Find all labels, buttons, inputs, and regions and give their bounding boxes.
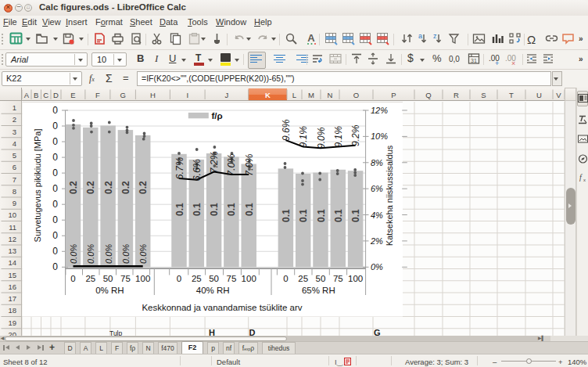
svg-text:H: H — [150, 91, 156, 99]
svg-text:0: 0 — [70, 274, 75, 283]
svg-text:f: f — [579, 173, 583, 182]
svg-text:0.1: 0.1 — [281, 209, 292, 222]
svg-text:a: a — [418, 32, 422, 40]
svg-text:R: R — [454, 91, 459, 99]
svg-text:0.0%: 0.0% — [121, 244, 131, 264]
svg-text:0.1: 0.1 — [174, 203, 185, 216]
svg-text:F: F — [95, 91, 100, 99]
svg-text:Q: Q — [425, 91, 431, 99]
svg-text:0: 0 — [52, 136, 58, 147]
svg-text:25: 25 — [298, 274, 308, 283]
svg-text:B: B — [34, 91, 38, 99]
svg-text:13: 13 — [8, 246, 16, 255]
svg-text:50: 50 — [316, 274, 326, 283]
svg-text:50: 50 — [209, 274, 219, 283]
svg-text:7.0%: 7.0% — [244, 154, 255, 177]
svg-text:0: 0 — [52, 214, 58, 225]
svg-text:0.1: 0.1 — [192, 203, 203, 216]
svg-text:0: 0 — [52, 183, 58, 194]
svg-text:0% RH: 0% RH — [95, 286, 124, 295]
svg-text:15: 15 — [8, 271, 16, 279]
svg-text:0.2: 0.2 — [68, 181, 79, 194]
svg-text:G: G — [120, 91, 126, 99]
svg-text:U: U — [536, 91, 542, 99]
svg-text:Keskkonnad ja vanandamise tsük: Keskkonnad ja vanandamise tsüklite arv — [142, 303, 302, 312]
svg-text:M: M — [308, 91, 314, 99]
svg-text:100: 100 — [242, 274, 256, 283]
svg-text:0: 0 — [283, 274, 288, 283]
svg-text:16: 16 — [8, 282, 16, 291]
svg-text:10: 10 — [8, 210, 16, 219]
svg-text:0.1: 0.1 — [209, 203, 220, 216]
svg-text:0.1: 0.1 — [333, 209, 344, 222]
svg-text:31: 31 — [471, 58, 477, 63]
svg-text:9: 9 — [13, 199, 16, 207]
svg-text:0.2: 0.2 — [120, 181, 131, 194]
svg-text:A: A — [307, 32, 315, 44]
svg-text:9.2%: 9.2% — [350, 124, 361, 146]
svg-text:0: 0 — [52, 261, 58, 272]
svg-text:0.0%: 0.0% — [138, 244, 148, 264]
svg-text:25: 25 — [85, 274, 95, 283]
svg-text:75: 75 — [120, 274, 131, 283]
svg-text:0.2: 0.2 — [138, 181, 149, 194]
svg-text:3: 3 — [13, 128, 16, 136]
svg-text:0.1: 0.1 — [244, 203, 255, 216]
svg-text:9.6%: 9.6% — [281, 119, 292, 141]
svg-text:1: 1 — [13, 103, 16, 112]
svg-text:0.1: 0.1 — [226, 203, 237, 216]
svg-text:11: 11 — [9, 223, 16, 232]
svg-text:7.0%: 7.0% — [226, 154, 237, 177]
svg-text:9.1%: 9.1% — [333, 126, 344, 148]
svg-text:0: 0 — [52, 199, 58, 210]
svg-text:0: 0 — [52, 152, 58, 163]
svg-text:J: J — [225, 91, 229, 99]
svg-text:8: 8 — [13, 187, 16, 196]
svg-text:65% RH: 65% RH — [302, 286, 335, 295]
svg-text:12: 12 — [8, 235, 16, 243]
svg-text:100: 100 — [348, 274, 363, 283]
svg-text:0.0%: 0.0% — [69, 244, 78, 264]
svg-text:0: 0 — [177, 274, 181, 283]
svg-text:4: 4 — [13, 139, 16, 148]
svg-text:100: 100 — [135, 274, 150, 283]
svg-text:2%: 2% — [370, 236, 383, 246]
svg-text:4%: 4% — [371, 210, 383, 220]
svg-text:0.0%: 0.0% — [86, 244, 95, 264]
svg-text:f/ρ: f/ρ — [212, 111, 223, 121]
svg-text:E: E — [70, 91, 75, 99]
svg-text:x: x — [583, 178, 586, 182]
svg-text:9.0%: 9.0% — [316, 127, 327, 149]
svg-text:K: K — [265, 91, 271, 99]
svg-text:A: A — [24, 91, 30, 99]
svg-text:O: O — [353, 91, 359, 99]
svg-text:9.1%: 9.1% — [298, 126, 309, 148]
svg-text:7: 7 — [13, 175, 16, 184]
svg-text:75: 75 — [333, 274, 343, 283]
svg-text:0.1: 0.1 — [316, 209, 327, 222]
svg-text:19: 19 — [8, 318, 16, 327]
svg-text:0.2: 0.2 — [103, 181, 114, 194]
svg-text:25: 25 — [192, 274, 202, 283]
svg-text:P: P — [391, 91, 396, 99]
svg-text:0: 0 — [52, 105, 58, 116]
svg-text:0: 0 — [52, 246, 58, 257]
svg-text:8%: 8% — [371, 158, 383, 167]
svg-text:6%: 6% — [371, 184, 383, 193]
svg-text:75: 75 — [227, 274, 237, 283]
svg-text:I: I — [186, 91, 188, 99]
svg-text:6: 6 — [13, 163, 16, 171]
svg-text:7.2%: 7.2% — [209, 151, 220, 174]
svg-text:17: 17 — [8, 294, 16, 303]
svg-text:0.2: 0.2 — [85, 181, 96, 194]
svg-text:10%: 10% — [371, 131, 388, 141]
svg-text:6.6%: 6.6% — [192, 159, 203, 181]
svg-text:S: S — [481, 91, 486, 99]
svg-text:14: 14 — [8, 258, 16, 267]
svg-text:40% RH: 40% RH — [196, 286, 230, 295]
svg-text:50: 50 — [103, 274, 113, 283]
svg-text:5: 5 — [13, 151, 16, 160]
svg-text:0: 0 — [52, 230, 58, 241]
svg-text:0.0%: 0.0% — [104, 244, 113, 264]
svg-text:0%: 0% — [371, 262, 383, 272]
